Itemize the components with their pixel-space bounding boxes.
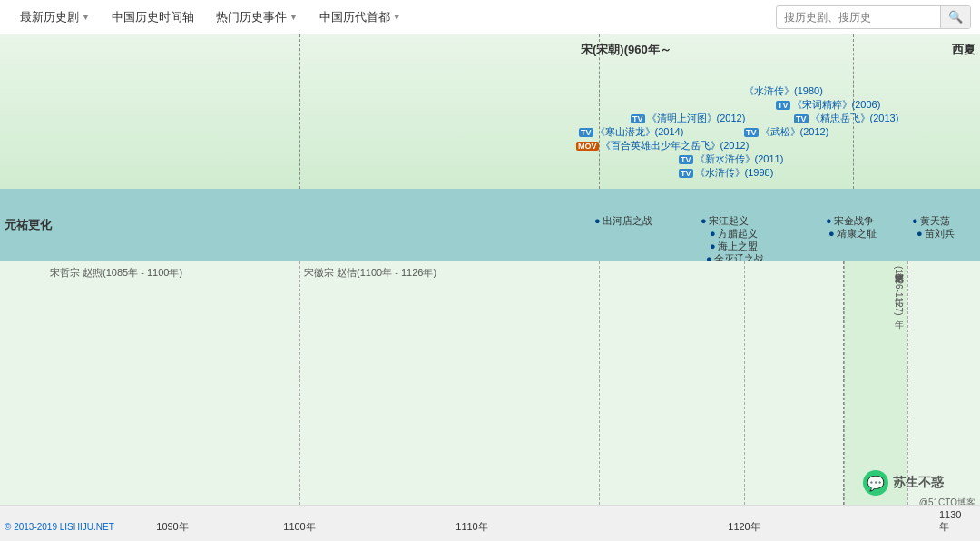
events-section: 元祐更化 出河店之战 宋江起义 方腊起义 海上之盟 金灭辽之战 宋金战争 黄天荡… xyxy=(0,189,980,261)
event-haishang[interactable]: 海上之盟 xyxy=(710,240,758,253)
drama-section: 宋(宋朝)(960年～ 西夏 《水浒传》(1980) TV《宋词精粹》(2006… xyxy=(0,34,980,189)
drama-songci-2006[interactable]: TV《宋词精粹》(2006) xyxy=(776,98,880,112)
nav-timeline[interactable]: 中国历史时间轴 xyxy=(101,0,205,34)
event-songjiang[interactable]: 宋江起义 xyxy=(701,214,749,228)
xixia-label: 西夏 xyxy=(952,42,975,58)
nav-latest-dramas[interactable]: 最新历史剧 ▼ xyxy=(9,0,101,34)
drama-jingzhong-2013[interactable]: TV《精忠岳飞》(2013) xyxy=(794,112,898,125)
watermark: 💬 苏生不惑 xyxy=(863,470,944,496)
event-fanglao[interactable]: 方腊起义 xyxy=(710,227,758,241)
rulers-section: 宋哲宗 赵煦(1085年 - 1100年) 宋徽宗 赵佶(1100年 - 112… xyxy=(0,261,980,505)
event-hehedian[interactable]: 出河店之战 xyxy=(594,214,652,228)
drama-shuihuzhuan-1980[interactable]: 《水浒传》(1980) xyxy=(744,84,823,98)
navbar: 最新历史剧 ▼ 中国历史时间轴 热门历史事件 ▼ 中国历代首都 ▼ 🔍 xyxy=(0,0,980,34)
nav-arrow-0: ▼ xyxy=(82,13,90,22)
ruler-qinzong: 宋钦宗赵桓(1126年-1127年) xyxy=(844,261,907,505)
vline-330 xyxy=(299,34,300,189)
drama-wusong-2012[interactable]: TV《武松》(2012) xyxy=(744,125,828,139)
nav-arrow-2: ▼ xyxy=(289,13,298,22)
event-miaoliu[interactable]: 苗刘兵 xyxy=(916,227,955,241)
year-1110: 1110年 xyxy=(456,520,487,534)
drama-hanshan-2014[interactable]: TV《寒山潜龙》(2014) xyxy=(579,125,683,139)
drama-shuihu-1998[interactable]: TV《水浒传》(1998) xyxy=(679,166,773,180)
ruler-vline-930 xyxy=(844,261,845,505)
ruler-vline-330 xyxy=(299,261,300,505)
nav-hot-events[interactable]: 热门历史事件 ▼ xyxy=(205,0,309,34)
nav-arrow-3: ▼ xyxy=(393,13,401,22)
main-content: 宋(宋朝)(960年～ 西夏 《水浒传》(1980) TV《宋词精粹》(2006… xyxy=(0,34,980,541)
search-button[interactable]: 🔍 xyxy=(940,6,970,28)
ruler-zhezong: 宋哲宗 赵煦(1085年 - 1100年) xyxy=(45,261,299,505)
ruler-vline-820 xyxy=(744,261,745,505)
year-1100: 1100年 xyxy=(283,520,315,534)
ruler-vline-1000 xyxy=(907,261,908,505)
drama-baihe-2012[interactable]: MOV《百合英雄出少年之岳飞》(2012) xyxy=(576,139,749,152)
ruler-huizong: 宋徽宗 赵佶(1100年 - 1126年) xyxy=(299,261,844,505)
event-huangtiandang[interactable]: 黄天荡 xyxy=(912,214,950,228)
drama-qingming-2012[interactable]: TV《清明上河图》(2012) xyxy=(631,112,745,125)
event-jingkang[interactable]: 靖康之耻 xyxy=(828,227,877,241)
ruler-vline-660 xyxy=(599,261,600,505)
year-1090: 1090年 xyxy=(156,520,188,534)
search-box: 🔍 xyxy=(776,5,971,29)
drama-xinshuihu-2011[interactable]: TV《新水浒传》(2011) xyxy=(679,152,783,166)
copyright: © 2013-2019 LISHIJU.NET xyxy=(5,522,114,532)
era-label: 元祐更化 xyxy=(5,217,52,233)
year-1120: 1120年 xyxy=(728,520,760,534)
wechat-icon: 💬 xyxy=(863,470,888,496)
year-1130: 1130年 xyxy=(939,509,966,534)
event-songjin[interactable]: 宋金战争 xyxy=(826,214,874,228)
nav-capitals[interactable]: 中国历代首都 ▼ xyxy=(309,0,412,34)
search-input[interactable] xyxy=(777,11,940,24)
bottom-bar: © 2013-2019 LISHIJU.NET 1090年 1100年 1110… xyxy=(0,505,980,541)
vline-660 xyxy=(599,34,600,189)
dynasty-label: 宋(宋朝)(960年～ xyxy=(581,42,671,58)
